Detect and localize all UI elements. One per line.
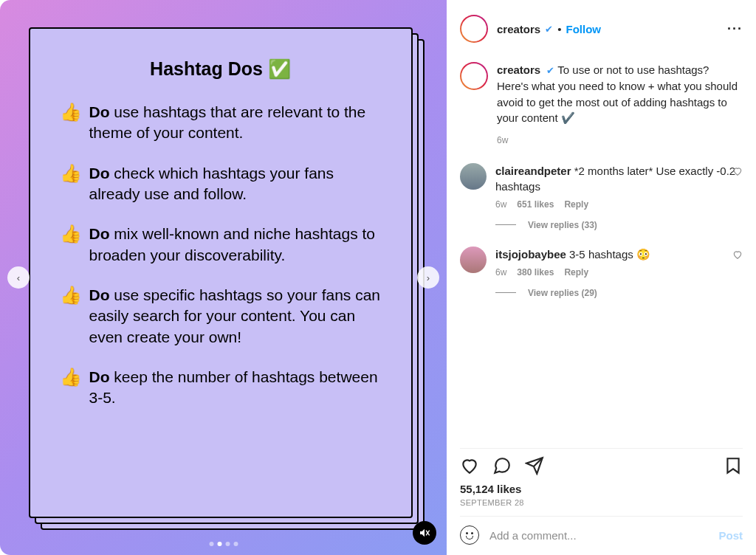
thumbs-up-icon: 👍 <box>60 224 89 245</box>
tip-item: 👍 Do check which hashtags your fans alre… <box>60 163 382 205</box>
card-front: Hashtag Dos ✅ 👍 Do use hashtags that are… <box>29 27 413 518</box>
comment-age: 6w <box>495 199 506 211</box>
post-age: 6w <box>497 135 743 145</box>
comment: itsjojobaybee 3-5 hashtags 😳 6w 380 like… <box>460 247 743 279</box>
verified-badge-icon: ✔ <box>546 65 554 76</box>
tip-item: 👍 Do mix well-known and niche hashtags t… <box>60 224 382 266</box>
author-avatar[interactable] <box>460 15 488 43</box>
line-icon <box>495 224 516 225</box>
reply-button[interactable]: Reply <box>564 266 588 279</box>
comment-age: 6w <box>495 266 506 279</box>
view-replies-button[interactable]: View replies (29) <box>495 288 743 298</box>
tip-text: Do use hashtags that are relevant to the… <box>89 102 382 144</box>
mute-button[interactable] <box>413 521 436 545</box>
post-comment-button[interactable]: Post <box>718 529 743 542</box>
carousel-dots <box>209 542 238 546</box>
verified-badge-icon: ✔ <box>545 24 553 35</box>
commenter-username[interactable]: itsjojobaybee <box>495 248 566 261</box>
comment-meta: 6w 380 likes Reply <box>495 266 743 279</box>
carousel-dot[interactable] <box>225 542 230 546</box>
card-title: Hashtag Dos ✅ <box>60 58 382 80</box>
line-icon <box>495 292 516 293</box>
tip-text: Do check which hashtags your fans alread… <box>89 163 382 205</box>
emoji-picker-button[interactable] <box>460 525 479 545</box>
comment: claireandpeter *2 months later* Use exac… <box>460 163 743 211</box>
tip-text: Do keep the number of hashtags between 3… <box>89 367 382 409</box>
carousel-next-button[interactable]: › <box>417 266 439 289</box>
separator: • <box>557 23 561 35</box>
comment-meta: 6w 651 likes Reply <box>495 199 743 211</box>
post-date: SEPTEMBER 28 <box>460 498 743 507</box>
heart-icon <box>732 166 743 176</box>
commenter-username[interactable]: claireandpeter <box>495 165 571 177</box>
post-media: Hashtag Dos ✅ 👍 Do use hashtags that are… <box>0 0 447 555</box>
comment-composer: Post <box>460 516 743 545</box>
author-avatar[interactable] <box>460 62 488 90</box>
tip-text: Do mix well-known and niche hashtags to … <box>89 224 382 266</box>
like-comment-button[interactable] <box>732 249 743 262</box>
comment-button[interactable] <box>492 456 512 475</box>
heart-icon <box>732 249 743 260</box>
save-button[interactable] <box>724 456 743 475</box>
commenter-avatar[interactable] <box>460 163 487 190</box>
post-sidebar: creators ✔ • Follow ··· creators ✔ To us… <box>447 0 756 555</box>
likes-count[interactable]: 55,124 likes <box>460 483 743 495</box>
comment-likes[interactable]: 380 likes <box>517 266 554 279</box>
tip-item: 👍 Do keep the number of hashtags between… <box>60 367 382 409</box>
sound-muted-icon <box>419 527 430 539</box>
comments-scroll[interactable]: creators ✔ To use or not to use hashtags… <box>460 62 743 448</box>
card-stack: Hashtag Dos ✅ 👍 Do use hashtags that are… <box>24 23 423 532</box>
tips-list: 👍 Do use hashtags that are relevant to t… <box>60 102 382 409</box>
thumbs-up-icon: 👍 <box>60 285 89 306</box>
like-button[interactable] <box>460 456 479 475</box>
caption-block: creators ✔ To use or not to use hashtags… <box>460 62 743 126</box>
chevron-right-icon: › <box>427 272 430 283</box>
follow-button[interactable]: Follow <box>566 23 601 35</box>
reply-button[interactable]: Reply <box>564 199 588 211</box>
carousel-dot[interactable] <box>209 542 213 546</box>
more-options-button[interactable]: ··· <box>727 21 743 37</box>
carousel-dot[interactable] <box>233 542 238 546</box>
comment-text: 3-5 hashtags 😳 <box>569 248 650 261</box>
tip-item: 👍 Do use specific hashtags so your fans … <box>60 285 382 348</box>
chevron-left-icon: ‹ <box>17 272 20 283</box>
tip-text: Do use specific hashtags so your fans ca… <box>89 285 382 348</box>
comment-input[interactable] <box>489 529 708 542</box>
view-replies-button[interactable]: View replies (33) <box>495 220 743 230</box>
share-button[interactable] <box>525 456 544 475</box>
tip-item: 👍 Do use hashtags that are relevant to t… <box>60 102 382 144</box>
action-bar <box>460 448 743 480</box>
thumbs-up-icon: 👍 <box>60 102 89 123</box>
like-comment-button[interactable] <box>732 166 743 179</box>
carousel-dot[interactable] <box>217 542 221 546</box>
comment-likes[interactable]: 651 likes <box>517 199 554 211</box>
author-username[interactable]: creators <box>497 63 540 76</box>
post-header: creators ✔ • Follow ··· <box>460 15 743 43</box>
carousel-prev-button[interactable]: ‹ <box>7 266 30 289</box>
author-row: creators ✔ • Follow <box>497 23 601 35</box>
caption-text: creators ✔ To use or not to use hashtags… <box>497 62 743 126</box>
commenter-avatar[interactable] <box>460 247 487 273</box>
thumbs-up-icon: 👍 <box>60 367 89 388</box>
thumbs-up-icon: 👍 <box>60 163 89 185</box>
author-username[interactable]: creators <box>497 23 540 35</box>
